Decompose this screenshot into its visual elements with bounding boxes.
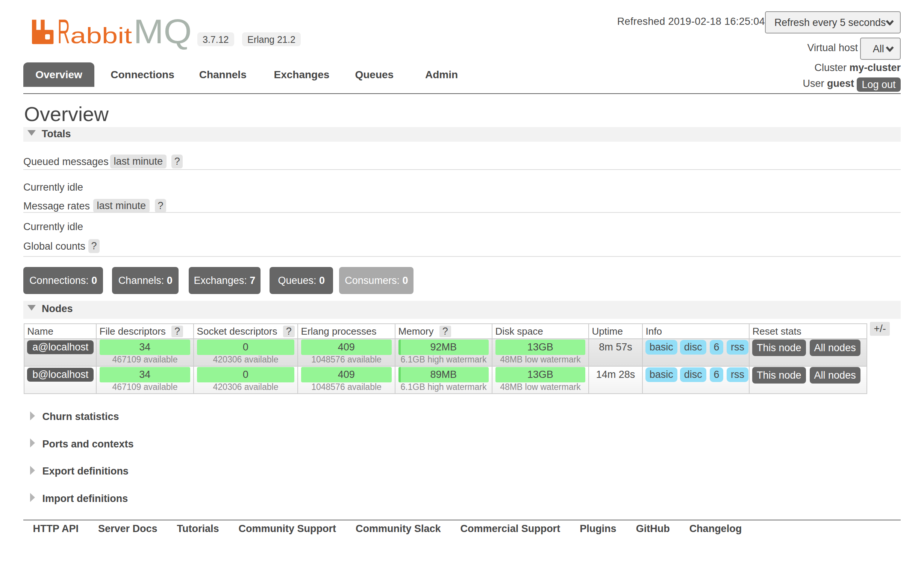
svg-text:R: R (58, 19, 70, 50)
svg-text:MQ: MQ (133, 19, 192, 50)
svg-text:abbit: abbit (70, 23, 132, 48)
